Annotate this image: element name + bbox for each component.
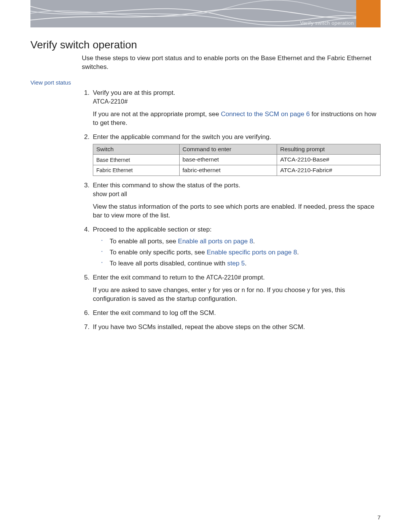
link-enable-specific-ports[interactable]: Enable specific ports on page 8 — [207, 249, 297, 256]
sb1-pre: To enable all ports, see — [110, 238, 178, 245]
th-prompt: Resulting prompt — [277, 144, 381, 155]
table-header-row: Switch Command to enter Resulting prompt — [93, 144, 381, 155]
header-banner: Verify switch operation — [0, 0, 411, 27]
page-title: Verify switch operation — [30, 39, 381, 51]
th-command: Command to enter — [179, 144, 277, 155]
sub-bullet: To enable all ports, see Enable all port… — [99, 237, 381, 246]
s5-cmd: exit — [121, 274, 131, 281]
sb3-post: . — [245, 260, 247, 267]
cell-switch: Fabric Ethernet — [93, 165, 180, 176]
step-3b-text: View the status information of the ports… — [93, 203, 374, 219]
s6-cmd: exit — [121, 310, 131, 316]
command-table: Switch Command to enter Resulting prompt… — [93, 144, 381, 176]
step-3-cmd: show port all — [93, 191, 127, 197]
s5b-pre: If you are asked to save changes, enter — [93, 286, 208, 294]
table-row: Fabric Ethernet fabric-ethernet ATCA-221… — [93, 165, 381, 176]
steps-list: Verify you are at this prompt. ATCA-2210… — [82, 89, 381, 332]
s5b-mid2: for no. If you choose — [245, 286, 307, 294]
banner-stripe: Verify switch operation — [30, 0, 381, 27]
link-enable-all-ports[interactable]: Enable all ports on page 8 — [178, 238, 253, 245]
page: Verify switch operation Verify switch op… — [0, 0, 411, 532]
step-3-text: Enter this command to show the status of… — [93, 182, 240, 189]
step-1-text: Verify you are at this prompt. — [93, 89, 175, 96]
cell-prompt: ATCA-2210-Base# — [277, 155, 381, 165]
step-4-sublist: To enable all ports, see Enable all port… — [93, 237, 381, 268]
s6-post: command to log off the SCM. — [131, 309, 216, 316]
step-5: Enter the exit command to return to the … — [91, 273, 381, 304]
s5b-y2: y — [307, 287, 310, 293]
banner-caption: Verify switch operation — [300, 20, 354, 26]
th-switch: Switch — [93, 144, 180, 155]
step-7: If you have two SCMs installed, repeat t… — [91, 323, 381, 332]
cell-command: fabric-ethernet — [179, 165, 277, 176]
table-row: Base Ethernet base-ethernet ATCA-2210-Ba… — [93, 155, 381, 165]
step-1-prompt: ATCA-2210# — [93, 98, 127, 105]
step-1b-pre: If you are not at the appropriate prompt… — [93, 110, 221, 118]
sb3-pre: To leave all ports disabled, continue wi… — [110, 260, 227, 267]
sb1-post: . — [253, 238, 255, 245]
link-connect-scm[interactable]: Connect to the SCM on page 6 — [221, 110, 309, 118]
sb2-post: . — [297, 249, 299, 256]
step-2-text: Enter the applicable command for the swi… — [93, 133, 271, 141]
cell-command: base-ethernet — [179, 155, 277, 165]
s6-pre: Enter the — [93, 309, 121, 316]
s5-pre: Enter the — [93, 274, 121, 281]
sub-bullet: To enable only specific ports, see Enabl… — [99, 248, 381, 257]
step-6: Enter the exit command to log off the SC… — [91, 309, 381, 318]
banner-accent — [356, 0, 381, 27]
cell-prompt: ATCA-2210-Fabric# — [277, 165, 381, 176]
s5b-mid1: for yes or — [211, 286, 241, 294]
s5-mid: command to return to the — [131, 274, 206, 281]
page-number: 7 — [378, 514, 381, 521]
intro-paragraph: Use these steps to view port status and … — [82, 54, 381, 72]
s5-prompt: ATCA-2210# — [206, 274, 241, 281]
cell-switch: Base Ethernet — [93, 155, 180, 165]
s5-post: prompt. — [241, 274, 264, 281]
step-2: Enter the applicable command for the swi… — [91, 133, 381, 176]
link-step-5[interactable]: step 5 — [227, 260, 245, 267]
step-7-text: If you have two SCMs installed, repeat t… — [93, 323, 305, 331]
sb2-pre: To enable only specific ports, see — [110, 249, 207, 256]
sub-bullet: To leave all ports disabled, continue wi… — [99, 259, 381, 268]
step-1: Verify you are at this prompt. ATCA-2210… — [91, 89, 381, 128]
s5b-n: n — [242, 287, 245, 293]
section-subhead: View port status — [30, 79, 381, 86]
step-3: Enter this command to show the status of… — [91, 181, 381, 220]
step-4: Proceed to the applicable section or ste… — [91, 225, 381, 268]
step-4-text: Proceed to the applicable section or ste… — [93, 226, 212, 233]
